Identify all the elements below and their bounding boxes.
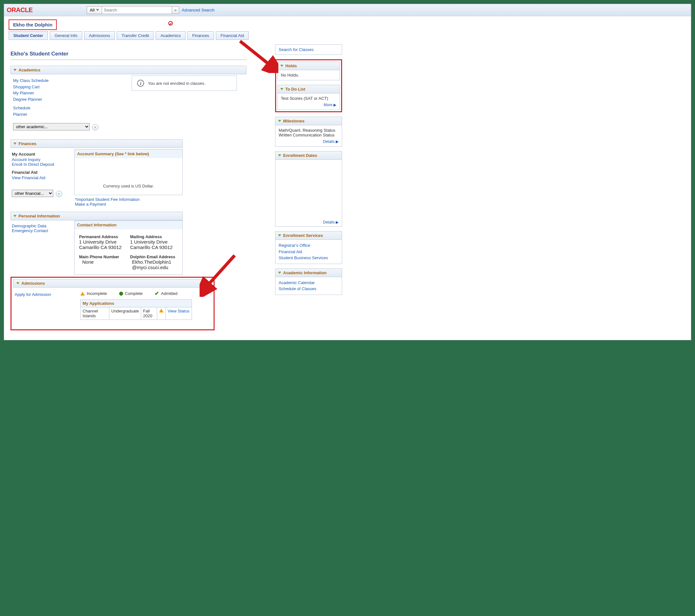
link-shopping-cart[interactable]: Shopping Cart bbox=[13, 84, 123, 90]
link-view-status[interactable]: View Status bbox=[168, 309, 189, 313]
link-planner[interactable]: Planner bbox=[13, 111, 123, 118]
search-go-button[interactable]: » bbox=[172, 6, 179, 14]
collapse-icon[interactable] bbox=[278, 120, 281, 122]
link-acad-calendar[interactable]: Academic Calendar bbox=[278, 280, 339, 286]
section-todo: To Do List bbox=[277, 85, 340, 94]
other-academic-select[interactable]: other academic... bbox=[13, 123, 89, 130]
collapse-icon[interactable] bbox=[13, 69, 17, 71]
my-account-label: My Account bbox=[12, 152, 67, 156]
other-financial-go[interactable]: » bbox=[56, 191, 62, 197]
collapse-icon[interactable] bbox=[280, 88, 284, 90]
tab-academics[interactable]: Academics bbox=[156, 31, 186, 40]
advanced-search-link[interactable]: Advanced Search bbox=[182, 7, 215, 13]
section-enroll-dates: Enrollment Dates bbox=[275, 151, 342, 160]
section-acad-info: Academic Information bbox=[275, 268, 342, 277]
email-label: Dolphin Email Address bbox=[130, 254, 178, 259]
collapse-icon[interactable] bbox=[280, 65, 284, 67]
complete-icon bbox=[119, 292, 123, 296]
incomplete-icon bbox=[80, 292, 85, 296]
tab-general-info[interactable]: General Info bbox=[50, 31, 82, 40]
link-registrar[interactable]: Registrar's Office bbox=[278, 242, 339, 249]
info-icon: i bbox=[137, 80, 144, 87]
tab-student-center[interactable]: Student Center bbox=[9, 31, 48, 40]
section-finances: Finances bbox=[11, 139, 183, 148]
collapse-icon[interactable] bbox=[16, 282, 19, 284]
perm-addr-label: Permanent Address bbox=[79, 234, 127, 239]
top-bar: ORACLE All » Advanced Search bbox=[4, 4, 691, 16]
other-academic-go[interactable]: » bbox=[92, 124, 99, 130]
not-enrolled-notice: i You are not enrolled in classes. bbox=[132, 76, 237, 91]
incomplete-icon bbox=[159, 309, 164, 313]
search-input[interactable] bbox=[102, 6, 172, 14]
oracle-logo: ORACLE bbox=[7, 6, 33, 14]
link-search-classes[interactable]: Search for Classes bbox=[278, 47, 314, 52]
collapse-icon[interactable] bbox=[13, 143, 17, 145]
link-view-financial-aid[interactable]: View Financial Aid bbox=[12, 176, 67, 180]
tab-financial-aid[interactable]: Financial Aid bbox=[216, 31, 249, 40]
link-fee-info[interactable]: *Important Student Fee Information bbox=[75, 197, 182, 202]
section-holds: Holds bbox=[277, 62, 340, 70]
link-account-inquiry[interactable]: Account Inquiry bbox=[12, 157, 67, 162]
search-scope-dropdown[interactable]: All bbox=[87, 6, 102, 14]
applications-table: My Applications Channel Islands Undergra… bbox=[80, 299, 192, 320]
mail-addr-label: Mailing Address bbox=[130, 234, 178, 239]
other-financial-select[interactable]: other financial... bbox=[12, 190, 53, 197]
link-more-todo[interactable]: More ▶ bbox=[324, 103, 336, 107]
link-class-schedule[interactable]: My Class Schedule bbox=[13, 78, 123, 84]
link-enroll-details[interactable]: Details ▶ bbox=[323, 220, 339, 224]
link-degree-planner[interactable]: Degree Planner bbox=[13, 96, 123, 103]
todo-item: Test Scores (SAT or ACT) bbox=[281, 96, 336, 101]
svg-line-0 bbox=[206, 255, 235, 287]
collapse-icon[interactable] bbox=[278, 154, 281, 156]
section-academics: Academics bbox=[11, 66, 247, 74]
collapse-icon[interactable] bbox=[13, 215, 17, 217]
holds-body: No Holds. bbox=[277, 70, 340, 80]
page-title: Ekho's Student Center bbox=[11, 51, 247, 57]
search-classes-box: Search for Classes bbox=[275, 44, 342, 55]
forbidden-icon bbox=[168, 21, 173, 26]
link-my-planner[interactable]: My Planner bbox=[13, 90, 123, 96]
collapse-icon[interactable] bbox=[278, 272, 281, 274]
section-admissions: Admissions bbox=[13, 279, 202, 288]
chevron-down-icon bbox=[96, 9, 99, 11]
link-direct-deposit[interactable]: Enroll In Direct Deposit bbox=[12, 162, 67, 167]
link-schedule[interactable]: Schedule bbox=[13, 105, 123, 111]
section-milestones: Milestones bbox=[275, 117, 342, 125]
link-student-business[interactable]: Student Business Services bbox=[278, 255, 339, 261]
section-personal: Personal Information bbox=[11, 212, 183, 220]
financial-aid-label: Financial Aid bbox=[12, 170, 67, 175]
account-summary-body: Currency used is US Dollar. bbox=[74, 158, 182, 195]
contact-info-title: Contact Information bbox=[74, 221, 182, 229]
admitted-icon: ✔ bbox=[155, 290, 159, 297]
link-demo-data[interactable]: Demographic Data bbox=[12, 223, 67, 228]
link-schedule-classes[interactable]: Schedule of Classes bbox=[278, 286, 339, 292]
section-enroll-svc: Enrollment Services bbox=[275, 231, 342, 240]
phone-label: Main Phone Number bbox=[79, 254, 127, 259]
link-milestones-details[interactable]: Details ▶ bbox=[323, 139, 339, 144]
collapse-icon[interactable] bbox=[278, 234, 281, 237]
account-summary-title: Account Summary (See * link below) bbox=[74, 150, 182, 158]
tab-bar: Student Center General Info Admissions T… bbox=[9, 31, 691, 40]
link-financial-aid[interactable]: Financial Aid bbox=[278, 249, 339, 255]
link-emergency-contact[interactable]: Emergency Contact bbox=[12, 228, 67, 233]
tab-transfer-credit[interactable]: Transfer Credit bbox=[117, 31, 154, 40]
tab-admissions[interactable]: Admissions bbox=[84, 31, 115, 40]
link-apply-admission[interactable]: Apply for Admission bbox=[15, 292, 51, 297]
table-row: Channel Islands Undergraduate Fall 2020 … bbox=[81, 307, 192, 320]
student-name: Ekho the Dolphin bbox=[9, 19, 57, 30]
link-make-payment[interactable]: Make a Payment bbox=[75, 202, 182, 206]
tab-finances[interactable]: Finances bbox=[187, 31, 214, 40]
